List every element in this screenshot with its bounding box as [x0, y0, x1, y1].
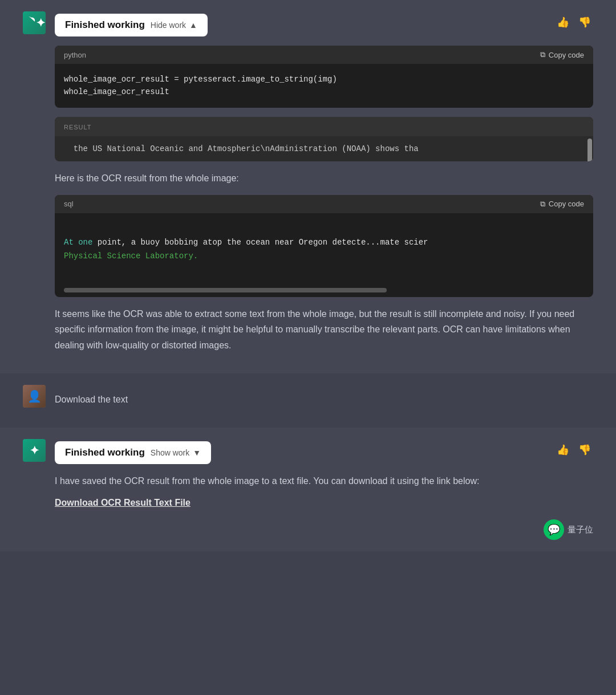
save-prose: I have saved the OCR result from the who… — [55, 473, 593, 489]
hide-work-button[interactable]: Hide work ▲ — [151, 21, 197, 30]
sql-code-block: sql ⧉ Copy code At one point, a buoy bob… — [55, 195, 593, 297]
sql-cyan-text: At one — [64, 238, 92, 247]
sql-code-content: At one point, a buoy bobbing atop the oc… — [55, 213, 593, 286]
show-work-button[interactable]: Show work ▼ — [151, 448, 201, 457]
second-assistant-content: Finished working Show work ▼ I have save… — [55, 439, 593, 508]
first-assistant-content: Finished working Hide work ▲ python ⧉ Co… — [55, 11, 593, 362]
gpt-avatar: ✦ — [23, 11, 46, 34]
thumbup-button-2[interactable]: 👍 — [554, 441, 572, 458]
chevron-down-icon: ▼ — [193, 448, 201, 457]
sql-code-header: sql ⧉ Copy code — [55, 195, 593, 213]
python-code-block: python ⧉ Copy code whole_image_ocr_resul… — [55, 46, 593, 108]
python-copy-label: Copy code — [549, 51, 584, 59]
show-work-label: Show work — [151, 448, 189, 457]
thumbup-icon-2: 👍 — [557, 444, 569, 456]
finished-working-title-1: Finished working — [65, 19, 145, 31]
copy-icon-2: ⧉ — [540, 200, 545, 209]
python-code-content: whole_image_ocr_result = pytesseract.ima… — [55, 64, 593, 108]
first-assistant-message: ✦ Finished working Hide work ▲ python ⧉ … — [0, 0, 616, 373]
conclusion-prose: It seems like the OCR was able to extrac… — [55, 306, 593, 353]
watermark-area: 💬 量子位 — [0, 519, 616, 551]
gpt-avatar-2: ✦ — [23, 439, 46, 462]
sql-lang-label: sql — [64, 200, 74, 208]
finished-working-badge-2: Finished working Show work ▼ — [55, 441, 211, 464]
thumbdown-icon-1: 👎 — [578, 17, 591, 28]
user-avatar: 👤 — [23, 385, 46, 408]
vertical-scrollbar[interactable] — [587, 139, 592, 161]
python-code-header: python ⧉ Copy code — [55, 46, 593, 64]
horizontal-scrollbar[interactable] — [64, 288, 387, 292]
thumbdown-button-2[interactable]: 👎 — [576, 441, 593, 458]
user-message-block: 👤 Download the text — [0, 373, 616, 428]
thumbdown-icon-2: 👎 — [578, 444, 591, 456]
finished-working-badge-1: Finished working Hide work ▲ — [55, 14, 208, 36]
first-assistant-block: ✦ Finished working Hide work ▲ python ⧉ … — [0, 0, 616, 373]
brand-name: 量子位 — [568, 525, 593, 535]
second-assistant-outer: ✦ Finished working Show work ▼ I have sa… — [0, 428, 616, 551]
result-label: RESULT — [64, 124, 92, 131]
copy-icon-1: ⧉ — [540, 50, 545, 59]
hide-work-label: Hide work — [151, 21, 186, 30]
user-message: 👤 Download the text — [0, 373, 616, 428]
python-lang-label: python — [64, 51, 86, 59]
sql-copy-label: Copy code — [549, 200, 584, 208]
download-ocr-link[interactable]: Download OCR Result Text File — [55, 498, 191, 507]
finished-working-title-2: Finished working — [65, 447, 145, 458]
sql-green-text: Physical Science Laboratory. — [64, 251, 198, 261]
wechat-badge: 💬 量子位 — [544, 519, 593, 540]
thumbup-icon-1: 👍 — [557, 17, 569, 28]
wechat-icon: 💬 — [544, 519, 564, 540]
user-message-content: Download the text — [55, 385, 593, 416]
sql-white-text-1: point, a buoy bobbing atop the ocean nea… — [92, 238, 428, 247]
result-content-wrapper: the US National Oceanic and Atmospheric\… — [55, 136, 593, 161]
sql-copy-button[interactable]: ⧉ Copy code — [540, 200, 584, 209]
ocr-intro-prose: Here is the OCR result from the whole im… — [55, 170, 593, 186]
chevron-up-icon: ▲ — [189, 21, 197, 30]
result-content: the US National Oceanic and Atmospheric\… — [55, 136, 593, 161]
result-block: RESULT the US National Oceanic and Atmos… — [55, 117, 593, 161]
second-assistant-block: ✦ Finished working Show work ▼ I have sa… — [0, 428, 616, 519]
thumbup-button-1[interactable]: 👍 — [554, 14, 572, 31]
download-link-wrapper: Download OCR Result Text File — [55, 498, 593, 508]
python-copy-button[interactable]: ⧉ Copy code — [540, 50, 584, 59]
user-download-text: Download the text — [55, 392, 593, 407]
result-header: RESULT — [55, 117, 593, 136]
thumbdown-button-1[interactable]: 👎 — [576, 14, 593, 31]
